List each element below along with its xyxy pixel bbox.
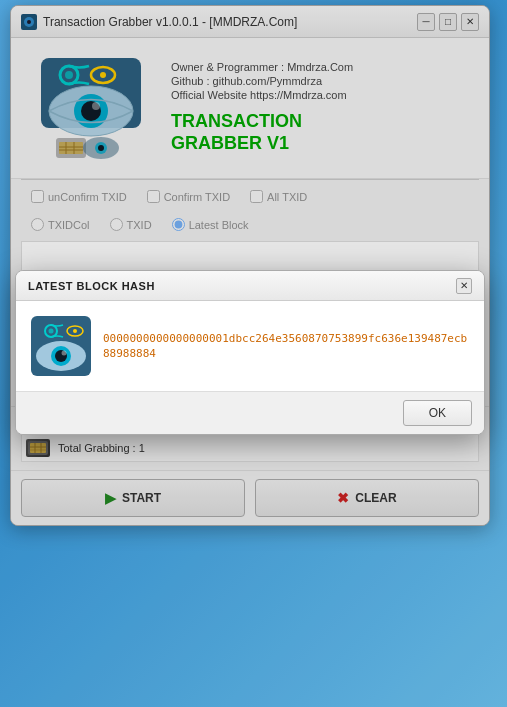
svg-point-36 [62,351,67,356]
ok-label: OK [429,406,446,420]
svg-point-30 [49,329,54,334]
dialog-logo [31,316,91,376]
svg-point-32 [73,329,77,333]
dialog-title: LATEST BLOCK HASH [28,280,155,292]
dialog-hash-text: 0000000000000000001dbcc264e3560870753899… [103,331,469,362]
dialog-close-button[interactable]: ✕ [456,278,472,294]
ok-button[interactable]: OK [403,400,472,426]
dialog-title-bar: LATEST BLOCK HASH ✕ [16,271,484,301]
dialog-body: 0000000000000000001dbcc264e3560870753899… [16,301,484,391]
dialog-footer: OK [16,391,484,434]
latest-block-hash-dialog: LATEST BLOCK HASH ✕ 0000000000000000001d… [15,270,485,435]
